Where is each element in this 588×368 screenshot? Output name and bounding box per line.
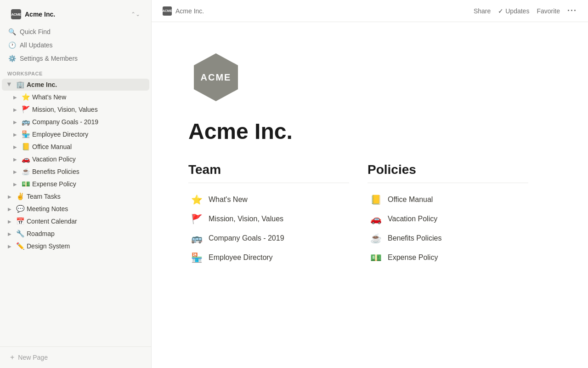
checkmark-icon: ✓	[498, 7, 503, 15]
tree-item-mission[interactable]: ▶ 🚩 Mission, Vision, Values	[2, 104, 149, 115]
design-system-toggle-icon: ▶	[6, 242, 14, 250]
team-item-mission,-vision,-values[interactable]: 🚩 Mission, Vision, Values	[188, 210, 349, 228]
Expense Policy-icon: 💵	[369, 252, 382, 263]
workspace-name: Acme Inc.	[25, 11, 127, 18]
tree-item-content-calendar[interactable]: ▶ 📅 Content Calendar	[2, 215, 149, 227]
acme-inc-emoji-icon: 🏢	[16, 80, 25, 89]
employee-dir-toggle-icon: ▶	[11, 130, 19, 138]
main-content: ACME Acme Inc. Share ✓ Updates Favorite …	[152, 0, 588, 368]
Vacation Policy-icon: 🚗	[369, 213, 382, 224]
company-goals-label: Company Goals - 2019	[32, 118, 98, 126]
vacation-policy-label: Vacation Policy	[32, 155, 76, 163]
tree-item-office-manual[interactable]: ▶ 📒 Office Manual	[2, 141, 149, 153]
tree-item-benefits[interactable]: ▶ ☕ Benefits Policies	[2, 166, 149, 178]
benefits-label: Benefits Policies	[32, 168, 79, 175]
employee-dir-label: Employee Directory	[32, 131, 88, 138]
team-list: ⭐ What's New 🚩 Mission, Vision, Values 🚌…	[188, 190, 349, 267]
topbar-actions: Share ✓ Updates Favorite ···	[474, 6, 577, 16]
policy-item-benefits-policies[interactable]: ☕ Benefits Policies	[368, 229, 528, 247]
team-section-heading: Team	[188, 162, 349, 183]
policies-section: Policies 📒 Office Manual 🚗 Vacation Poli…	[368, 162, 528, 267]
workspace-logo: ACME	[11, 9, 21, 19]
design-system-label: Design System	[27, 242, 70, 250]
more-options-button[interactable]: ···	[567, 6, 577, 16]
quick-find-label: Quick Find	[20, 28, 51, 35]
Benefits Policies-label: Benefits Policies	[388, 234, 441, 242]
expense-emoji-icon: 💵	[21, 180, 30, 188]
workspace-title-row[interactable]: ACME Acme Inc. ⌃⌄	[6, 6, 146, 23]
whats-new-label: What's New	[32, 93, 66, 101]
tree-item-vacation-policy[interactable]: ▶ 🚗 Vacation Policy	[2, 153, 149, 165]
tree-item-roadmap[interactable]: ▶ 🔧 Roadmap	[2, 228, 149, 240]
What's New-label: What's New	[209, 196, 248, 204]
favorite-button[interactable]: Favorite	[537, 7, 560, 15]
settings-label: Settings & Members	[20, 55, 78, 62]
workspace-label: WORKSPACE	[0, 65, 151, 78]
all-updates-icon: 🕐	[8, 41, 16, 49]
updates-button[interactable]: ✓ Updates	[498, 7, 529, 15]
vacation-policy-emoji-icon: 🚗	[21, 155, 30, 163]
tree-item-meeting-notes[interactable]: ▶ 💬 Meeting Notes	[2, 203, 149, 215]
tree-item-team-tasks[interactable]: ▶ ✌️ Team Tasks	[2, 190, 149, 202]
What's New-icon: ⭐	[190, 194, 203, 205]
expense-toggle-icon: ▶	[11, 180, 19, 188]
sidebar-tree: ▶ 🏢 Acme Inc. ▶ ⭐ What's New ▶ 🚩 Mission…	[0, 78, 151, 346]
Employee Directory-label: Employee Directory	[209, 253, 273, 262]
sidebar-nav: 🔍Quick Find🕐All Updates⚙️Settings & Memb…	[0, 25, 151, 65]
acme-hexagon-text: ACME	[201, 72, 232, 83]
office-manual-toggle-icon: ▶	[11, 143, 19, 151]
policy-item-vacation-policy[interactable]: 🚗 Vacation Policy	[368, 210, 528, 228]
team-item-employee-directory[interactable]: 🏪 Employee Directory	[188, 248, 349, 267]
team-item-what's-new[interactable]: ⭐ What's New	[188, 190, 349, 209]
Benefits Policies-icon: ☕	[369, 233, 382, 244]
content-calendar-emoji-icon: 📅	[16, 217, 25, 225]
team-tasks-label: Team Tasks	[27, 193, 61, 200]
tree-item-whats-new[interactable]: ▶ ⭐ What's New	[2, 91, 149, 103]
policies-list: 📒 Office Manual 🚗 Vacation Policy ☕ Bene…	[368, 190, 528, 267]
acme-inc-label: Acme Inc.	[27, 81, 57, 88]
employee-dir-emoji-icon: 🏪	[21, 130, 30, 138]
page-content: ACME Acme Inc. Team ⭐ What's New 🚩 Missi…	[152, 22, 565, 294]
sidebar-nav-settings[interactable]: ⚙️Settings & Members	[2, 52, 149, 65]
office-manual-label: Office Manual	[32, 143, 72, 150]
chevron-updown-icon: ⌃⌄	[131, 11, 140, 17]
Company Goals - 2019-icon: 🚌	[190, 233, 203, 244]
policy-item-office-manual[interactable]: 📒 Office Manual	[368, 190, 528, 209]
tree-item-expense[interactable]: ▶ 💵 Expense Policy	[2, 178, 149, 190]
topbar: ACME Acme Inc. Share ✓ Updates Favorite …	[152, 0, 588, 22]
meeting-notes-toggle-icon: ▶	[6, 205, 14, 213]
meeting-notes-label: Meeting Notes	[27, 205, 68, 213]
new-page-label: New Page	[18, 354, 48, 361]
office-manual-emoji-icon: 📒	[21, 143, 30, 151]
Vacation Policy-label: Vacation Policy	[388, 215, 437, 223]
topbar-breadcrumb-name: Acme Inc.	[175, 7, 204, 15]
Employee Directory-icon: 🏪	[190, 252, 203, 263]
settings-icon: ⚙️	[8, 55, 16, 62]
new-page-button[interactable]: + New Page	[6, 351, 146, 364]
Office Manual-label: Office Manual	[388, 196, 433, 204]
share-button[interactable]: Share	[474, 7, 491, 15]
company-goals-emoji-icon: 🚌	[21, 118, 30, 126]
roadmap-label: Roadmap	[27, 230, 55, 237]
Mission, Vision, Values-label: Mission, Vision, Values	[209, 215, 283, 223]
tree-item-employee-dir[interactable]: ▶ 🏪 Employee Directory	[2, 128, 149, 140]
team-section: Team ⭐ What's New 🚩 Mission, Vision, Val…	[188, 162, 349, 267]
tree-item-company-goals[interactable]: ▶ 🚌 Company Goals - 2019	[2, 116, 149, 128]
policy-item-expense-policy[interactable]: 💵 Expense Policy	[368, 248, 528, 267]
team-item-company-goals---2019[interactable]: 🚌 Company Goals - 2019	[188, 229, 349, 247]
tree-item-acme-inc[interactable]: ▶ 🏢 Acme Inc.	[2, 79, 149, 91]
Office Manual-icon: 📒	[369, 194, 382, 205]
team-tasks-emoji-icon: ✌️	[16, 192, 25, 201]
content-grid: Team ⭐ What's New 🚩 Mission, Vision, Val…	[188, 162, 528, 267]
sidebar-nav-all-updates[interactable]: 🕐All Updates	[2, 39, 149, 52]
Company Goals - 2019-label: Company Goals - 2019	[209, 234, 284, 242]
sidebar-nav-quick-find[interactable]: 🔍Quick Find	[2, 25, 149, 38]
topbar-breadcrumb: ACME Acme Inc.	[163, 6, 468, 16]
page-title: Acme Inc.	[188, 120, 528, 144]
team-tasks-toggle-icon: ▶	[6, 192, 14, 201]
meeting-notes-emoji-icon: 💬	[16, 205, 25, 213]
mission-emoji-icon: 🚩	[21, 105, 30, 114]
tree-item-design-system[interactable]: ▶ ✏️ Design System	[2, 240, 149, 252]
design-system-emoji-icon: ✏️	[16, 242, 25, 250]
all-updates-label: All Updates	[20, 41, 53, 49]
